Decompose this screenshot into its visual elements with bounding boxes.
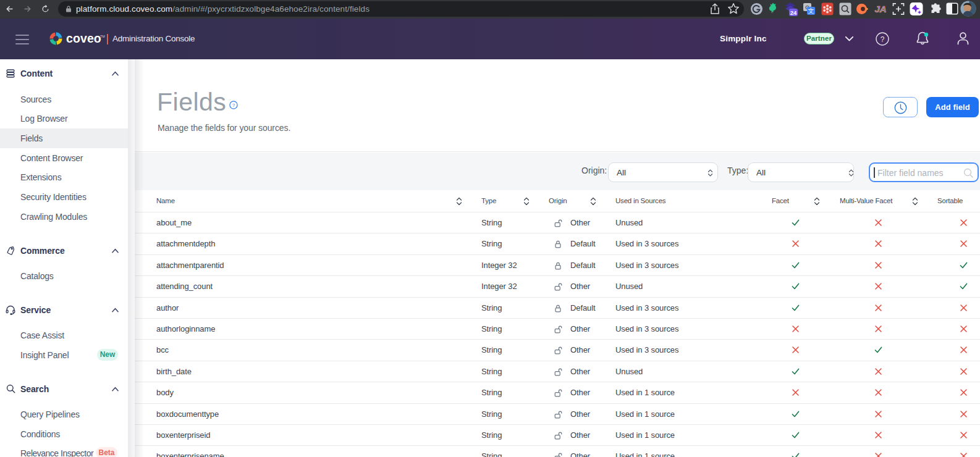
svg-text:JA: JA bbox=[874, 4, 886, 14]
svg-text:文: 文 bbox=[808, 7, 814, 14]
svg-text:24: 24 bbox=[790, 9, 797, 16]
svg-text:?: ? bbox=[232, 102, 235, 107]
svg-text:?: ? bbox=[881, 35, 885, 44]
